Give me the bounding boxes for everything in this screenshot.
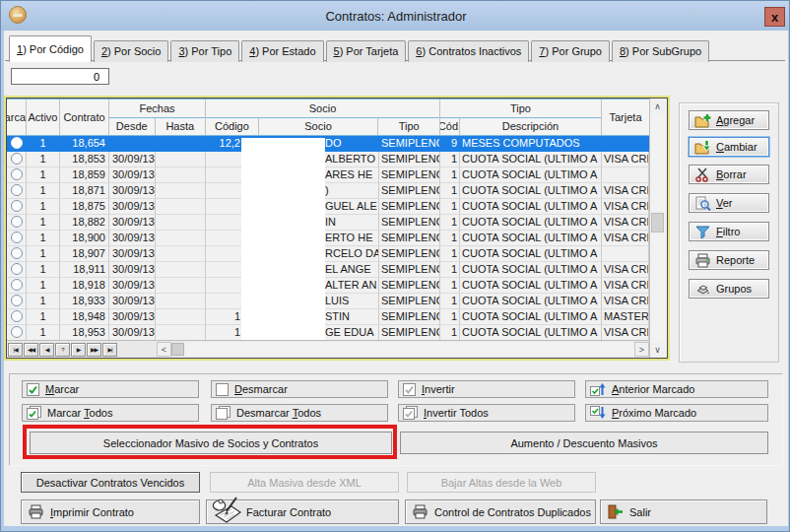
table-row[interactable]: 1 18,871 30/09/13 ) SEMIPLENO 1 CUOTA SO… <box>7 183 649 199</box>
facturar-contrato-button[interactable]: Facturar Contrato <box>206 499 399 524</box>
nav-search-button[interactable]: ? <box>55 343 70 357</box>
borrar-button[interactable]: Borrar <box>689 165 769 184</box>
aumento-descuento-button[interactable]: Aumento / Descuento Masivos <box>400 432 768 454</box>
filtro-button[interactable]: Filtro <box>689 222 769 241</box>
ver-button[interactable]: Ver <box>689 193 769 213</box>
vscroll-up-button[interactable]: ∧ <box>650 99 665 114</box>
nav-fast-prev-button[interactable]: ◀◀ <box>24 343 38 357</box>
row-marker-radio[interactable] <box>11 216 23 228</box>
row-marker-radio[interactable] <box>11 247 23 259</box>
agregar-button[interactable]: Agregar <box>689 110 769 130</box>
table-row[interactable]: 1 18,900 30/09/13 ERTO HE SEMIPLENO 1 CU… <box>7 231 649 246</box>
row-marker-radio[interactable] <box>11 326 23 338</box>
invertir-button[interactable]: Invertir <box>398 380 575 398</box>
vscroll-track[interactable] <box>650 114 665 342</box>
table-row[interactable]: 1 18,875 30/09/13 GUEL ALE SEMIPLENO 1 C… <box>7 199 649 215</box>
cell-desde: 30/09/13 <box>109 294 156 309</box>
codigo-filter-input[interactable] <box>11 68 109 85</box>
close-button[interactable]: x <box>764 7 785 27</box>
marcar-button[interactable]: Marcar <box>22 380 199 398</box>
imprimir-contrato-button[interactable]: Imprimir Contrato <box>21 499 200 524</box>
col-group-socio: Socio Código Socio Tipo <box>206 100 440 135</box>
tab-por-grupo[interactable]: 7) Por Grupo <box>531 40 610 62</box>
vscroll-down-button[interactable]: ∨ <box>650 342 665 358</box>
reporte-button[interactable]: Reporte <box>689 250 769 270</box>
table-row[interactable]: 1 18,853 30/09/13 ALBERTO SEMIPLENO 1 CU… <box>7 152 649 167</box>
cell-marca <box>7 294 27 309</box>
invertir-todos-button[interactable]: Invertir Todos <box>398 404 575 422</box>
mark-group-box: Marcar Desmarcar Invertir Anterior Marca… <box>9 373 783 466</box>
cell-contrato: 18,882 <box>60 215 109 231</box>
cell-marca <box>7 246 27 262</box>
row-marker-radio[interactable] <box>11 137 23 149</box>
table-row[interactable]: 1 18,918 30/09/13 ALTER AN SEMIPLENO 1 C… <box>7 278 649 294</box>
row-marker-radio[interactable] <box>11 200 23 212</box>
table-row[interactable]: 1 18,907 30/09/13 RCELO DA SEMIPLENO 1 C… <box>7 246 649 262</box>
tab-por-tarjeta[interactable]: 5) Por Tarjeta <box>326 40 407 62</box>
anterior-marcado-button[interactable]: Anterior Marcado <box>585 380 768 398</box>
cell-hasta <box>156 325 206 340</box>
nav-next-button[interactable]: ▶ <box>71 343 86 357</box>
cell-activo: 1 <box>27 262 60 278</box>
cell-contrato: 18,911 <box>60 262 109 278</box>
bajar-altas-web-button[interactable]: Bajar Altas desde la Web <box>407 472 596 493</box>
desmarcar-todos-button[interactable]: Desmarcar Todos <box>211 404 388 422</box>
salir-button[interactable]: Salir <box>600 499 767 524</box>
hscroll-track[interactable] <box>184 342 634 357</box>
cell-marca <box>7 309 27 325</box>
nav-first-button[interactable]: |◀ <box>8 343 23 357</box>
row-marker-radio[interactable] <box>11 153 23 165</box>
vscroll-thumb[interactable] <box>651 213 664 233</box>
table-row[interactable]: 1 18,882 30/09/13 IN SEMIPLENO 1 CUOTA S… <box>7 215 649 231</box>
desmarcar-button[interactable]: Desmarcar <box>211 380 388 398</box>
col-group-fechas: Fechas Desde Hasta <box>109 100 206 135</box>
row-marker-radio[interactable] <box>11 232 23 243</box>
grupos-button[interactable]: Grupos <box>689 279 769 299</box>
tab-por-estado[interactable]: 4) Por Estado <box>241 40 323 62</box>
row-marker-radio[interactable] <box>11 263 23 275</box>
table-row[interactable]: 1 18,859 30/09/13 ARES HE SEMIPLENO 1 CU… <box>7 167 649 183</box>
tab-contratos-inactivos[interactable]: 6) Contratos Inactivos <box>408 40 529 62</box>
table-row[interactable]: 1 18,654 12,2 DO SEMIPLENO 9 MESES COMPU… <box>7 136 649 152</box>
table-row[interactable]: 1 18,933 30/09/13 LUIS SEMIPLENO 1 CUOTA… <box>7 294 649 309</box>
row-marker-radio[interactable] <box>11 295 23 306</box>
tab-por-subgrupo[interactable]: 8) Por SubGrupo <box>612 40 709 62</box>
row-marker-radio[interactable] <box>11 279 23 291</box>
cell-tarjeta: VISA CRED <box>602 183 649 199</box>
row-marker-radio[interactable] <box>11 184 23 196</box>
marcar-todos-button[interactable]: Marcar Todos <box>22 404 199 422</box>
tab-por-socio[interactable]: 2) Por Socio <box>94 40 169 62</box>
title-bar: Contratos: Administrador x <box>1 1 790 31</box>
hscroll-thumb[interactable] <box>171 343 184 356</box>
cell-hasta <box>156 309 206 325</box>
cell-activo: 1 <box>27 294 60 309</box>
hscroll-right-button[interactable]: > <box>634 342 649 357</box>
window-frame-bottom <box>1 526 790 532</box>
printer-icon <box>412 504 428 519</box>
tab-por-codigo[interactable]: 1) Por Código <box>9 35 92 62</box>
aumento-descuento-label: Aumento / Descuento Masivos <box>510 437 657 449</box>
seleccionador-masivo-button[interactable]: Seleccionador Masivo de Socios y Contrat… <box>30 432 392 454</box>
exit-door-icon <box>607 504 624 519</box>
proximo-marcado-button[interactable]: Próximo Marcado <box>585 404 768 422</box>
cell-tipo: SEMIPLENO <box>379 294 440 309</box>
cell-marca <box>7 183 27 199</box>
tab-por-tipo[interactable]: 3) Por Tipo <box>170 40 239 62</box>
table-row[interactable]: 1 18,948 30/09/13 1 STIN SEMIPLENO 1 CUO… <box>7 309 649 325</box>
row-marker-radio[interactable] <box>11 310 23 322</box>
tab-bar: 1) Por Código 2) Por Socio 3) Por Tipo 4… <box>9 35 711 62</box>
next-marked-icon <box>590 406 606 420</box>
checkbox-empty-icon <box>216 383 229 396</box>
table-row[interactable]: 1 18,911 30/09/13 EL ANGE SEMIPLENO 1 CU… <box>7 262 649 278</box>
nav-last-button[interactable]: ▶| <box>102 343 117 357</box>
desactivar-vencidos-button[interactable]: Desactivar Contratos Vencidos <box>21 472 200 493</box>
control-duplicados-button[interactable]: Control de Contratos Duplicados <box>405 499 596 524</box>
cambiar-button[interactable]: Cambiar <box>689 137 769 157</box>
cell-marca <box>7 136 27 152</box>
table-row[interactable]: 1 18,953 30/09/13 1 GE EDUA SEMIPLENO 1 … <box>7 325 649 340</box>
row-marker-radio[interactable] <box>11 168 23 180</box>
alta-masiva-xml-button[interactable]: Alta Masiva desde XML <box>210 472 399 493</box>
nav-fast-next-button[interactable]: ▶▶ <box>87 343 101 357</box>
hscroll-left-button[interactable]: < <box>157 342 171 357</box>
nav-prev-button[interactable]: ◀ <box>39 343 54 357</box>
